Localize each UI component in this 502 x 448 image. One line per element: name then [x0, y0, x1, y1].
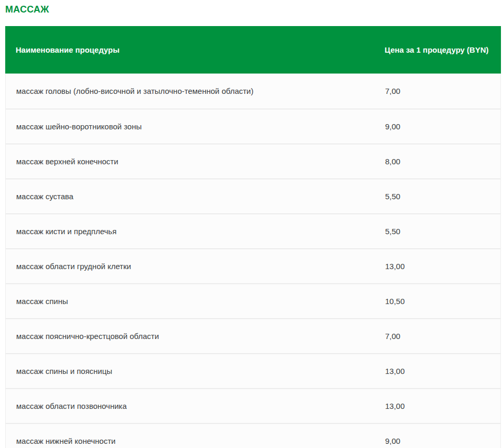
table-row: массаж нижней конечности9,00	[6, 423, 500, 448]
procedure-price: 13,00	[385, 262, 500, 271]
pricing-page: МАССАЖ Наименование процедуры Цена за 1 …	[0, 0, 502, 448]
procedure-name: массаж спины и поясницы	[6, 367, 385, 376]
price-table: Наименование процедуры Цена за 1 процеду…	[5, 26, 501, 448]
procedure-name: массаж спины	[6, 297, 385, 306]
procedure-name: массаж области грудной клетки	[6, 262, 385, 271]
procedure-price: 9,00	[385, 437, 500, 445]
table-row: массаж области грудной клетки13,00	[6, 248, 500, 283]
table-row: массаж пояснично-крестцовой области7,00	[6, 318, 500, 353]
procedure-name: массаж пояснично-крестцовой области	[6, 332, 385, 341]
table-row: массаж области позвоночника13,00	[6, 388, 500, 423]
page-title: МАССАЖ	[5, 4, 501, 15]
procedure-price: 5,50	[385, 192, 500, 201]
procedure-name: массаж шейно-воротниковой зоны	[6, 122, 385, 131]
table-header-row: Наименование процедуры Цена за 1 процеду…	[5, 26, 501, 74]
procedure-price: 13,00	[385, 402, 500, 410]
table-row: массаж кисти и предплечья5,50	[6, 213, 500, 248]
column-header-procedure: Наименование процедуры	[5, 44, 385, 56]
table-row: массаж спины и поясницы13,00	[6, 353, 500, 388]
table-row: массаж головы (лобно-височной и затылочн…	[6, 74, 500, 108]
table-body: массаж головы (лобно-височной и затылочн…	[5, 74, 501, 448]
procedure-price: 8,00	[385, 157, 500, 166]
procedure-price: 9,00	[385, 122, 500, 131]
table-row: массаж шейно-воротниковой зоны9,00	[6, 108, 500, 143]
procedure-name: массаж кисти и предплечья	[6, 227, 385, 236]
procedure-name: массаж области позвоночника	[6, 402, 385, 410]
table-row: массаж сустава5,50	[6, 178, 500, 213]
procedure-name: массаж сустава	[6, 192, 385, 201]
table-row: массаж верхней конечности8,00	[6, 143, 500, 178]
procedure-price: 7,00	[385, 332, 500, 341]
procedure-price: 10,50	[385, 297, 500, 306]
procedure-price: 7,00	[385, 87, 500, 95]
procedure-price: 5,50	[385, 227, 500, 236]
procedure-name: массаж головы (лобно-височной и затылочн…	[6, 87, 385, 95]
table-row: массаж спины10,50	[6, 283, 500, 318]
procedure-name: массаж нижней конечности	[6, 437, 385, 445]
procedure-name: массаж верхней конечности	[6, 157, 385, 166]
column-header-price: Цена за 1 процедуру (BYN)	[385, 44, 501, 56]
procedure-price: 13,00	[385, 367, 500, 376]
